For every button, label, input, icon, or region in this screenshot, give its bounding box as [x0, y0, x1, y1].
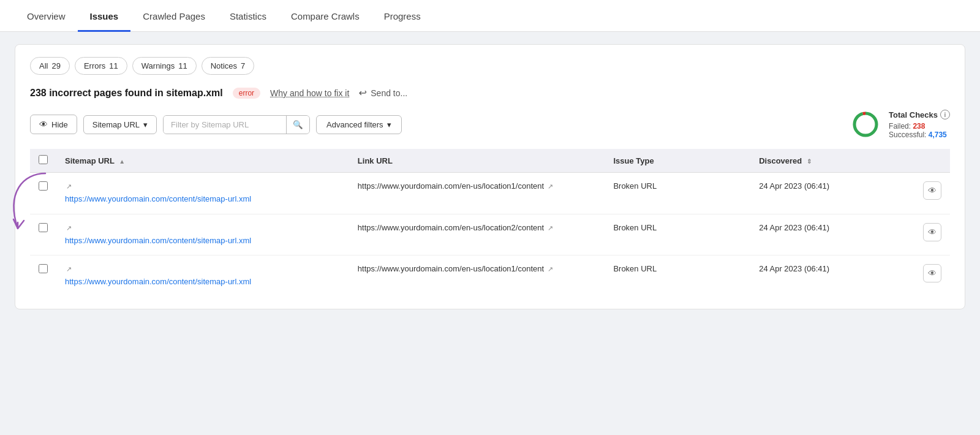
filter-tab-label: All	[39, 61, 48, 70]
external-link-icon[interactable]: ↗	[66, 183, 72, 190]
table-header-row: Sitemap URL ▲ Link URL Issue Type Discov…	[30, 149, 950, 173]
sort-icon-sitemap: ▲	[119, 158, 125, 165]
discovered-cell: 24 Apr 2023 (06:41)	[750, 214, 914, 255]
sort-icon-discovered: ⇕	[807, 158, 812, 165]
row-checkbox-1[interactable]	[39, 223, 48, 232]
search-icon: 🔍	[293, 120, 303, 129]
eye-icon: 👁	[39, 119, 48, 129]
send-to-link[interactable]: Send to...	[359, 87, 407, 99]
view-button-0[interactable]: 👁	[923, 181, 941, 200]
total-checks-title: Total Checks i	[889, 110, 950, 119]
filter-tab-count: 29	[51, 61, 60, 70]
hide-label: Hide	[51, 120, 68, 129]
nav-tabs: OverviewIssuesCrawled PagesStatisticsCom…	[0, 0, 980, 32]
successful-row: Successful: 4,735	[889, 130, 950, 139]
col-action	[914, 149, 950, 173]
filter-tab-warnings[interactable]: Warnings11	[132, 57, 197, 75]
view-button-1[interactable]: 👁	[923, 223, 941, 241]
filter-tabs-row: All29Errors11Warnings11Notices7	[30, 57, 950, 75]
external-link-icon[interactable]: ↗	[66, 265, 72, 273]
info-icon[interactable]: i	[940, 110, 950, 119]
filter-tab-label: Errors	[84, 61, 105, 70]
col-link-url: Link URL	[349, 149, 605, 173]
filter-tab-errors[interactable]: Errors11	[75, 57, 127, 75]
table-row: ↗ https://www.yourdomain.com/content/sit…	[30, 173, 950, 214]
data-table: Sitemap URL ▲ Link URL Issue Type Discov…	[30, 149, 950, 297]
table-row: ↗ https://www.yourdomain.com/content/sit…	[30, 255, 950, 297]
hide-button[interactable]: 👁 Hide	[30, 115, 77, 134]
search-wrapper: 🔍	[163, 115, 310, 134]
nav-tab-compare-crawls[interactable]: Compare Crawls	[279, 0, 372, 32]
failed-row: Failed: 238	[889, 122, 950, 130]
filter-tab-label: Warnings	[141, 61, 175, 70]
issue-type-cell: Broken URL	[605, 255, 750, 297]
sitemap-url-label: Sitemap URL	[92, 120, 140, 129]
advanced-filters-label: Advanced filters	[326, 120, 383, 129]
nav-tab-crawled-pages[interactable]: Crawled Pages	[130, 0, 217, 32]
row-checkbox-2[interactable]	[39, 264, 48, 273]
col-sitemap-url[interactable]: Sitemap URL ▲	[56, 149, 349, 173]
issue-header: 238 incorrect pages found in sitemap.xml…	[30, 87, 950, 99]
external-link-icon[interactable]: ↗	[66, 224, 72, 232]
total-checks: Total Checks i Failed: 238 Successful: 4…	[851, 110, 950, 139]
external-link-icon-link[interactable]: ↗	[548, 183, 553, 190]
nav-tab-statistics[interactable]: Statistics	[217, 0, 279, 32]
fix-link[interactable]: Why and how to fix it	[270, 88, 349, 98]
error-badge: error	[233, 88, 260, 99]
total-checks-info: Total Checks i Failed: 238 Successful: 4…	[889, 110, 950, 139]
filter-tab-notices[interactable]: Notices7	[202, 57, 255, 75]
filter-tab-count: 11	[109, 61, 118, 70]
table-head: Sitemap URL ▲ Link URL Issue Type Discov…	[30, 149, 950, 173]
search-input[interactable]	[164, 116, 286, 134]
issue-type-cell: Broken URL	[605, 214, 750, 255]
select-all-checkbox[interactable]	[39, 155, 48, 164]
search-button[interactable]: 🔍	[286, 116, 309, 134]
view-button-2[interactable]: 👁	[923, 264, 941, 282]
filter-tab-label: Notices	[211, 61, 237, 70]
svg-point-1	[854, 113, 876, 135]
filter-tab-count: 7	[241, 61, 245, 70]
external-link-icon-link[interactable]: ↗	[548, 265, 553, 273]
external-link-icon-link[interactable]: ↗	[548, 224, 553, 232]
chevron-down-icon: ▾	[143, 120, 148, 129]
nav-tab-progress[interactable]: Progress	[372, 0, 433, 32]
table-row: ↗ https://www.yourdomain.com/content/sit…	[30, 214, 950, 255]
discovered-cell: 24 Apr 2023 (06:41)	[750, 173, 914, 214]
issue-title: 238 incorrect pages found in sitemap.xml	[30, 88, 223, 99]
col-discovered[interactable]: Discovered ⇕	[750, 149, 914, 173]
sitemap-url-dropdown[interactable]: Sitemap URL ▾	[83, 115, 157, 134]
sitemap-url-link[interactable]: https://www.yourdomain.com/content/sitem…	[65, 193, 341, 205]
app-container: OverviewIssuesCrawled PagesStatisticsCom…	[0, 0, 980, 435]
filter-tab-count: 11	[178, 61, 187, 70]
row-checkbox-0[interactable]	[39, 181, 48, 191]
panel: All29Errors11Warnings11Notices7 238 inco…	[15, 44, 965, 309]
toolbar: 👁 Hide Sitemap URL ▾ 🔍 Advanced filters …	[30, 110, 950, 139]
issue-type-cell: Broken URL	[605, 173, 750, 214]
main-content: All29Errors11Warnings11Notices7 238 inco…	[0, 32, 980, 322]
nav-tab-overview[interactable]: Overview	[15, 0, 78, 32]
col-issue-type: Issue Type	[605, 149, 750, 173]
filter-tab-all[interactable]: All29	[30, 57, 70, 75]
advanced-filters-button[interactable]: Advanced filters ▾	[316, 115, 402, 134]
table-wrapper: Sitemap URL ▲ Link URL Issue Type Discov…	[30, 149, 950, 297]
nav-tab-issues[interactable]: Issues	[78, 0, 131, 32]
sitemap-url-link[interactable]: https://www.yourdomain.com/content/sitem…	[65, 235, 341, 247]
table-body: ↗ https://www.yourdomain.com/content/sit…	[30, 173, 950, 297]
donut-chart	[851, 110, 880, 139]
sitemap-url-link[interactable]: https://www.yourdomain.com/content/sitem…	[65, 276, 341, 288]
chevron-down-icon-2: ▾	[387, 120, 391, 129]
discovered-cell: 24 Apr 2023 (06:41)	[750, 255, 914, 297]
select-all-col	[30, 149, 56, 173]
